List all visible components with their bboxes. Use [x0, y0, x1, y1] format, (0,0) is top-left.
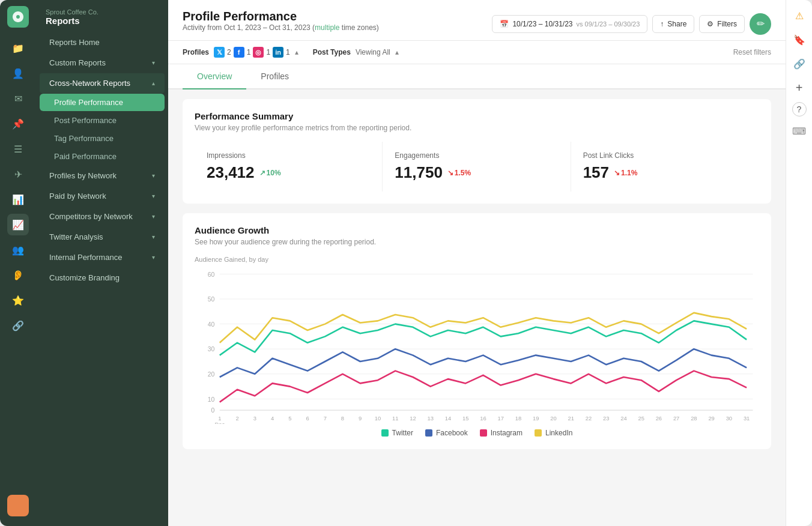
- rail-listen-icon[interactable]: 👂: [7, 264, 29, 286]
- tab-overview[interactable]: Overview: [183, 64, 246, 89]
- engagements-value: 11,750 ↘ 1.5%: [395, 163, 558, 182]
- impressions-label: Impressions: [207, 151, 370, 160]
- share-icon: ↑: [660, 20, 664, 28]
- section-label: Reports: [46, 16, 159, 26]
- app-logo[interactable]: [7, 6, 29, 28]
- audience-growth-card: Audience Growth See how your audience gr…: [183, 213, 771, 449]
- sidebar-item-tag-performance[interactable]: Tag Performance: [40, 130, 165, 147]
- svg-text:30: 30: [726, 416, 732, 422]
- performance-summary-subtitle: View your key profile performance metric…: [195, 124, 759, 132]
- chart-container: 60 50 40 30 20 10 0: [195, 268, 759, 424]
- page-title: Profile Performance: [183, 10, 379, 23]
- svg-text:0: 0: [211, 407, 215, 414]
- post-link-clicks-metric: Post Link Clicks 157 ↘ 1.1%: [571, 142, 759, 192]
- svg-text:10: 10: [208, 396, 215, 403]
- add-icon[interactable]: +: [790, 78, 809, 97]
- sidebar-item-profile-performance[interactable]: Profile Performance: [40, 94, 165, 111]
- share-button[interactable]: ↑ Share: [652, 15, 694, 33]
- rail-analytics-icon[interactable]: 📊: [7, 189, 29, 210]
- profiles-chevron-icon[interactable]: ▴: [295, 48, 298, 56]
- rail-reports-icon[interactable]: 📈: [7, 214, 29, 235]
- rail-connect-icon[interactable]: 🔗: [7, 315, 29, 336]
- svg-text:50: 50: [208, 296, 215, 303]
- rail-send-icon[interactable]: ✈: [7, 163, 29, 185]
- top-header: Profile Performance Activity from Oct 1,…: [168, 0, 786, 41]
- chevron-down-icon: ▾: [152, 59, 155, 66]
- date-range-button[interactable]: 📅 10/1/23 – 10/31/23 vs 09/1/23 – 09/30/…: [492, 15, 647, 33]
- help-icon[interactable]: ?: [792, 102, 807, 116]
- sidebar-item-customize-branding[interactable]: Customize Branding: [40, 268, 165, 288]
- svg-text:28: 28: [691, 416, 697, 422]
- post-link-clicks-change: ↘ 1.1%: [614, 169, 637, 177]
- post-types-chevron-icon[interactable]: ▴: [395, 48, 399, 56]
- sidebar-item-twitter-analysis[interactable]: Twitter Analysis ▾: [40, 227, 165, 247]
- svg-text:17: 17: [497, 416, 503, 422]
- header-actions: 📅 10/1/23 – 10/31/23 vs 09/1/23 – 09/30/…: [492, 13, 771, 35]
- legend-facebook: Facebook: [425, 429, 468, 437]
- icon-rail: 📁 👤 ✉ 📌 ☰ ✈ 📊 📈 👥 👂 ⭐ 🔗: [0, 0, 36, 526]
- arrow-up-icon: ↗: [259, 169, 265, 177]
- sidebar-item-cross-network-reports[interactable]: Cross-Network Reports ▴: [40, 73, 165, 93]
- sidebar-item-post-performance[interactable]: Post Performance: [40, 112, 165, 129]
- post-types-filter-group: Post Types Viewing All ▴: [313, 48, 399, 56]
- audience-growth-subtitle: See how your audience grew during the re…: [195, 238, 759, 246]
- engagements-metric: Engagements 11,750 ↘ 1.5%: [383, 142, 571, 192]
- svg-text:40: 40: [208, 321, 215, 328]
- legend-instagram: Instagram: [480, 429, 523, 437]
- link-icon[interactable]: 🔗: [790, 54, 809, 73]
- arrow-down-icon: ↘: [614, 169, 620, 177]
- rail-profile-icon[interactable]: 👤: [7, 62, 29, 84]
- impressions-metric: Impressions 23,412 ↗ 10%: [195, 142, 383, 192]
- rail-tasks-icon[interactable]: 📌: [7, 113, 29, 135]
- rail-people-icon[interactable]: 👥: [7, 239, 29, 261]
- svg-text:13: 13: [427, 416, 433, 422]
- svg-text:18: 18: [515, 416, 521, 422]
- svg-text:22: 22: [586, 416, 592, 422]
- rail-inbox-icon[interactable]: ✉: [7, 88, 29, 109]
- svg-text:11: 11: [392, 416, 398, 422]
- svg-text:21: 21: [568, 416, 574, 422]
- user-avatar[interactable]: [7, 495, 29, 516]
- edit-button[interactable]: ✏: [750, 13, 771, 35]
- sidebar: Sprout Coffee Co. Reports Reports Home C…: [36, 0, 168, 526]
- rail-folder-icon[interactable]: 📁: [7, 37, 29, 59]
- svg-text:31: 31: [744, 416, 750, 422]
- tab-profiles[interactable]: Profiles: [246, 64, 303, 89]
- chevron-down-icon: ▾: [152, 193, 155, 199]
- sidebar-brand: Sprout Coffee Co. Reports: [36, 0, 168, 32]
- performance-summary-title: Performance Summary: [195, 111, 759, 121]
- twitter-icon: 𝕏: [214, 47, 225, 58]
- reset-filters-link[interactable]: Reset filters: [733, 48, 771, 56]
- impressions-change: ↗ 10%: [259, 169, 281, 177]
- svg-text:20: 20: [208, 371, 215, 378]
- rail-star-icon[interactable]: ⭐: [7, 289, 29, 311]
- sidebar-item-reports-home[interactable]: Reports Home: [40, 32, 165, 52]
- post-link-clicks-label: Post Link Clicks: [583, 151, 747, 160]
- sidebar-item-competitors-by-network[interactable]: Competitors by Network ▾: [40, 207, 165, 226]
- twitter-color: [381, 429, 389, 437]
- svg-text:26: 26: [656, 416, 662, 422]
- linkedin-color: [535, 429, 542, 437]
- chevron-down-icon: ▾: [152, 234, 155, 240]
- filters-button[interactable]: ⚙ Filters: [699, 15, 745, 33]
- svg-text:15: 15: [462, 416, 468, 422]
- engagements-change: ↘ 1.5%: [447, 169, 471, 177]
- engagements-label: Engagements: [395, 151, 558, 160]
- bookmark-icon[interactable]: 🔖: [790, 30, 809, 49]
- arrow-down-icon: ↘: [447, 169, 453, 177]
- sidebar-item-paid-performance[interactable]: Paid Performance: [40, 148, 165, 165]
- metrics-row: Impressions 23,412 ↗ 10% Engagements: [195, 142, 759, 192]
- sidebar-item-profiles-by-network[interactable]: Profiles by Network ▾: [40, 166, 165, 186]
- svg-text:27: 27: [673, 416, 679, 422]
- legend-linkedin: LinkedIn: [535, 429, 572, 437]
- rail-list-icon[interactable]: ☰: [7, 138, 29, 160]
- chevron-down-icon: ▾: [152, 254, 155, 261]
- svg-text:20: 20: [550, 416, 556, 422]
- sidebar-item-internal-performance[interactable]: Internal Performance ▾: [40, 247, 165, 267]
- profiles-filter-group: Profiles 𝕏 2 f 1 ◎ 1 in 1 ▴: [183, 47, 298, 58]
- keyboard-icon[interactable]: ⌨: [790, 121, 809, 141]
- page-title-group: Profile Performance Activity from Oct 1,…: [183, 10, 379, 38]
- sidebar-item-paid-by-network[interactable]: Paid by Network ▾: [40, 186, 165, 206]
- warning-icon[interactable]: ⚠: [790, 6, 809, 25]
- sidebar-item-custom-reports[interactable]: Custom Reports ▾: [40, 53, 165, 73]
